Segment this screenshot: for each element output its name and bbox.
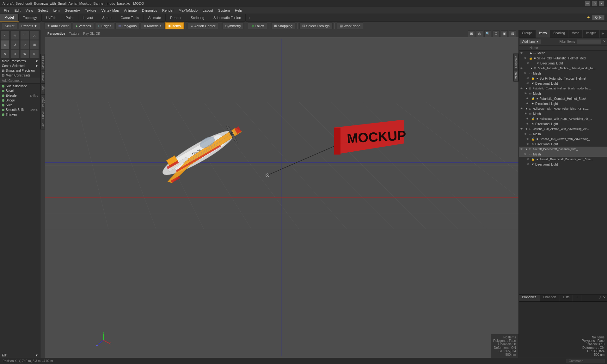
edit-dropdown[interactable]: Edit ▼ <box>0 353 40 358</box>
edges-button[interactable]: ◇ Edges <box>95 22 114 29</box>
add-brp-tab[interactable]: + <box>573 295 581 301</box>
tab-topology[interactable]: Topology <box>19 14 42 21</box>
list-item[interactable]: 👁 ▼ ⊞ Helicopter_with_Huge_Advertising_A… <box>519 106 607 111</box>
list-item[interactable]: 👁 🔒 ■ Sci-Fi_Old_Futuristic_Helmet_Red <box>519 56 607 61</box>
viewport-icon5[interactable]: ▣ <box>501 30 508 37</box>
polygon-tab[interactable]: Polygon <box>40 94 45 109</box>
bevel-item[interactable]: Bevel <box>0 88 40 93</box>
properties-tab[interactable]: Properties <box>519 295 540 301</box>
maximize-button[interactable]: □ <box>592 1 598 6</box>
uv-tab[interactable]: UV <box>40 121 45 130</box>
visibility-icon[interactable]: 👁 <box>526 102 531 105</box>
viewport-icon4[interactable]: ⚙ <box>493 30 500 37</box>
tab-setup[interactable]: Setup <box>98 14 116 21</box>
menu-item[interactable]: Item <box>50 8 62 13</box>
list-item[interactable]: 👁 🔒 ■ Sci-Fi_Futuristic_Tactical_Helmet <box>519 76 607 81</box>
scale-tool[interactable]: ⤢ <box>20 40 29 49</box>
move-tool[interactable]: ⊕ <box>1 40 9 49</box>
menu-help[interactable]: Help <box>232 8 245 13</box>
brp-settings-icon[interactable]: ✕ <box>603 295 606 301</box>
bridge-item[interactable]: Bridge <box>0 98 40 103</box>
viewport[interactable]: Perspective Texture Ray GL: Off ⊞ ◎ 🔍 ⚙ … <box>45 30 518 358</box>
visibility-icon[interactable]: 👁 <box>524 57 528 60</box>
list-item[interactable]: 👁 🔒 ■ Cessna_150_Aircraft_with_Advertisi… <box>519 136 607 142</box>
materials-button[interactable]: ◈ Materials <box>141 22 164 29</box>
slice-item[interactable]: Slice <box>0 103 40 107</box>
shading-tab[interactable]: Shading <box>550 30 568 38</box>
paint-select-tool[interactable]: ◎ <box>10 31 19 40</box>
visibility-icon[interactable]: 👁 <box>526 137 531 141</box>
list-item[interactable]: 👁 ▭ Mesh <box>519 152 607 157</box>
duplicate-tab[interactable]: Duplicate <box>513 54 518 70</box>
list-item[interactable]: 👁 ▼ ⊞ Futuristic_Combat_Helmet_Black_mod… <box>519 86 607 91</box>
list-item[interactable]: 👁 🔒 ■ Aircraft_Beechcraft_Bonanza_with_S… <box>519 157 607 162</box>
menu-vertexmap[interactable]: Vertex Map <box>99 8 122 13</box>
visibility-icon[interactable]: 👁 <box>526 77 531 80</box>
list-item[interactable]: 👁 ▶ ▭ Mesh <box>519 51 607 56</box>
minimize-button[interactable]: — <box>585 1 591 6</box>
edge-tab[interactable]: Edge <box>40 83 45 94</box>
list-item[interactable]: 👁 ☀ Directional Light <box>519 101 607 106</box>
only-button[interactable]: Only <box>592 15 604 20</box>
vertex-tab[interactable]: Vertex <box>40 71 45 83</box>
visibility-icon[interactable]: 👁 <box>520 52 524 55</box>
select-through-button[interactable]: ⊡ Select Through <box>299 22 332 29</box>
viewport-icon6[interactable]: ⊡ <box>509 30 516 37</box>
visibility-icon[interactable]: 👁 <box>526 158 531 161</box>
thicken-item[interactable]: Thicken <box>0 112 40 117</box>
images-tab[interactable]: Images <box>583 30 600 38</box>
tab-scripting[interactable]: Scripting <box>186 14 209 21</box>
menu-animate[interactable]: Animate <box>121 8 139 13</box>
menu-texture[interactable]: Texture <box>83 8 99 13</box>
tool9[interactable]: ✥ <box>1 49 9 58</box>
transform-tool[interactable]: ⊞ <box>30 40 39 49</box>
list-item[interactable]: 👁 ▼ ⊞ Aircraft_Beechcraft_Bonanza_with_.… <box>519 147 607 152</box>
more-transforms-dropdown[interactable]: More Transforms ▼ <box>0 59 40 64</box>
tool11[interactable]: ⟲ <box>20 49 29 58</box>
filter-input[interactable] <box>576 39 602 44</box>
tool12[interactable]: ▷ <box>30 49 39 58</box>
rotate-tool[interactable]: ↺ <box>10 40 19 49</box>
vertices-button[interactable]: ● Vertices <box>73 22 94 29</box>
list-item[interactable]: 👁 🔒 ■ Futuristic_Combat_Helmet_Black <box>519 96 607 101</box>
visibility-icon[interactable]: 👁 <box>520 148 524 151</box>
tab-layout[interactable]: Layout <box>78 14 98 21</box>
list-item[interactable]: 👁 ▭ Mesh <box>519 91 607 96</box>
mesh-edit-tab[interactable]: Mesh Edit <box>40 54 45 71</box>
sds-subdivide-item[interactable]: SDS Subdivide <box>0 84 40 88</box>
falloff-button[interactable]: ◎ Falloff <box>248 22 267 29</box>
visibility-icon[interactable]: 👁 <box>524 153 528 156</box>
autoselect-button[interactable]: ✦ Auto Select <box>44 22 71 29</box>
menu-render[interactable]: Render <box>160 8 176 13</box>
star-icon[interactable]: ★ <box>587 15 590 20</box>
mesh-constraints-item[interactable]: ⊡ Mesh Constraints <box>0 73 40 78</box>
visibility-icon[interactable]: 👁 <box>524 92 528 95</box>
polygons-button[interactable]: ▭ Polygons <box>115 22 139 29</box>
visibility-icon[interactable]: 👁 <box>526 62 531 65</box>
list-item[interactable]: 👁 ☀ Directional Light <box>519 162 607 167</box>
visibility-icon[interactable]: 👁 <box>526 97 531 100</box>
menu-maxtomodo[interactable]: MaxToModo <box>176 8 200 13</box>
list-item[interactable]: 👁 ▭ Mesh <box>519 111 607 116</box>
snapping-button[interactable]: ⊞ Snapping <box>271 22 296 29</box>
list-item[interactable]: 👁 ▭ Mesh <box>519 131 607 136</box>
visibility-icon[interactable]: 👁 <box>520 127 524 130</box>
viewport-icon3[interactable]: 🔍 <box>484 30 491 37</box>
add-panel-tab[interactable]: ▶ <box>600 30 606 38</box>
groups-tab[interactable]: Groups <box>519 30 536 38</box>
workplane-button[interactable]: ▦ WorkPlane <box>337 22 364 29</box>
visibility-icon[interactable]: 👁 <box>520 67 524 70</box>
menu-system[interactable]: System <box>216 8 232 13</box>
list-item[interactable]: 👁 ☀ Directional Light <box>519 142 607 147</box>
visibility-icon[interactable]: 👁 <box>524 72 528 75</box>
command-input-area[interactable] <box>567 359 604 363</box>
items-button[interactable]: ◉ Items <box>165 22 184 29</box>
command-input[interactable] <box>567 359 604 363</box>
visibility-icon[interactable]: 👁 <box>526 143 531 146</box>
visibility-icon[interactable]: 👁 <box>524 112 528 115</box>
select-tool[interactable]: ↖ <box>1 31 9 40</box>
tab-uvedit[interactable]: UvEdit <box>42 14 61 21</box>
smooth-shift-item[interactable]: Smooth Shift Shift C <box>0 107 40 112</box>
tab-game-tools[interactable]: Game Tools <box>116 14 144 21</box>
list-item[interactable]: 👁 🔒 ■ Helicopter_with_Huge_Advertising_A… <box>519 116 607 121</box>
